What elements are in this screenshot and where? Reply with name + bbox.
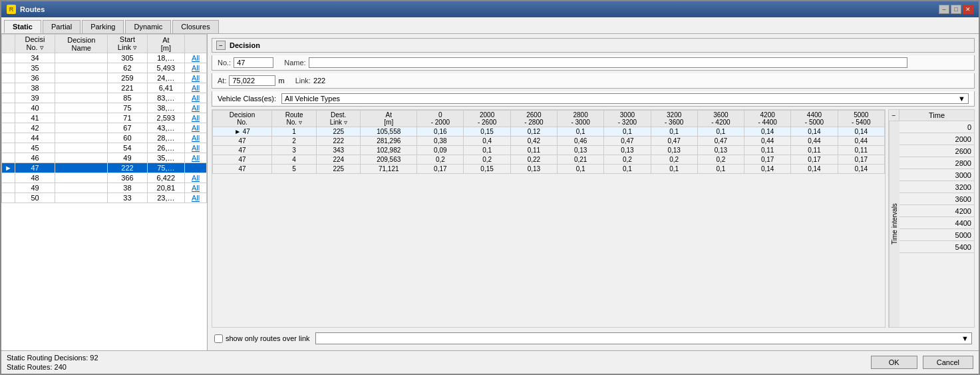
col-at: At[m] xyxy=(147,35,185,53)
table-row[interactable]: ► 47 222 75,… All xyxy=(2,163,207,173)
left-panel: DecisiNo. ▿ DecisionName StartLink ▿ At[… xyxy=(1,34,208,350)
table-row[interactable]: 49 38 20,81 All xyxy=(2,183,207,193)
table-row[interactable]: 45 54 26,… All xyxy=(2,143,207,153)
footer-buttons: OK Cancel xyxy=(871,356,973,369)
time-value-row: 2600 xyxy=(899,145,974,157)
cell-c4: 0,1 xyxy=(604,165,651,174)
vehicle-row: Vehicle Class(es): All Vehicle Types ▼ xyxy=(212,91,975,107)
col-dest-link: Dest.Link ▿ xyxy=(317,111,361,127)
cell-start-link: 33 xyxy=(108,193,147,203)
cell-c5: 0,1 xyxy=(651,165,697,174)
cell-route-no: 4 xyxy=(272,155,317,165)
table-row[interactable]: 48 366 6,422 All xyxy=(2,173,207,183)
collapse-decision-button[interactable]: − xyxy=(216,41,226,50)
table-row[interactable]: 41 71 2,593 All xyxy=(2,113,207,123)
link-value: 222 xyxy=(313,77,325,85)
table-row[interactable]: 46 49 35,… All xyxy=(2,153,207,163)
cell-c8: 0,11 xyxy=(791,146,838,155)
time-value-row: 4400 xyxy=(899,217,974,229)
cell-start-link: 60 xyxy=(108,133,147,143)
cell-dec-no: 47 xyxy=(213,155,272,165)
cell-c0: 0,09 xyxy=(417,146,464,155)
time-side-label: Time intervals xyxy=(889,121,899,327)
cell-at: 2,593 xyxy=(147,113,185,123)
cell-c9: 0,17 xyxy=(838,155,884,165)
col-route-no: RouteNo. ▿ xyxy=(272,111,317,127)
decision-title: Decision xyxy=(230,41,260,49)
table-row[interactable]: 34 305 18,… All xyxy=(2,53,207,63)
time-collapse-button[interactable]: − xyxy=(889,110,899,121)
cell-c7: 0,11 xyxy=(744,146,791,155)
cell-type: All xyxy=(185,93,207,103)
vehicle-select[interactable]: All Vehicle Types ▼ xyxy=(281,93,969,104)
decision-fields-row2: At: m Link: 222 xyxy=(212,73,975,89)
ok-button[interactable]: OK xyxy=(871,356,917,369)
table-row[interactable]: 47 5 225 71,121 0,17 0,15 0,13 0,1 0,1 0… xyxy=(213,165,885,174)
cell-c7: 0,14 xyxy=(744,127,791,137)
cell-decision-name xyxy=(55,153,108,163)
main-table-wrap[interactable]: DecisionNo. RouteNo. ▿ Dest.Link ▿ At[m]… xyxy=(212,109,886,328)
close-button[interactable]: ✕ xyxy=(963,5,973,14)
cancel-button[interactable]: Cancel xyxy=(923,356,973,369)
table-row[interactable]: 47 2 222 281,296 0,38 0,4 0,42 0,46 0,47… xyxy=(213,137,885,146)
cell-decision-no: 41 xyxy=(15,113,55,123)
table-row[interactable]: 42 67 43,… All xyxy=(2,123,207,133)
cell-decision-name xyxy=(55,73,108,83)
col-3600-4200: 3600- 4200 xyxy=(697,111,744,127)
table-row[interactable]: 35 62 5,493 All xyxy=(2,63,207,73)
row-arrow xyxy=(2,173,15,183)
table-row[interactable]: 47 3 343 102,982 0,09 0,1 0,11 0,13 0,13… xyxy=(213,146,885,155)
cell-at: 20,81 xyxy=(147,183,185,193)
maximize-button[interactable]: □ xyxy=(951,5,961,14)
table-row[interactable]: ► 47 1 225 105,558 0,16 0,15 0,12 0,1 0,… xyxy=(213,127,885,137)
at-field-group: At: m xyxy=(218,75,285,86)
table-row[interactable]: 36 259 24,… All xyxy=(2,73,207,83)
no-input[interactable] xyxy=(234,57,273,68)
cell-c8: 0,44 xyxy=(791,137,838,146)
show-routes-label: show only routes over link xyxy=(226,334,310,342)
vehicle-label: Vehicle Class(es): xyxy=(218,95,276,103)
cell-decision-no: 44 xyxy=(15,133,55,143)
show-routes-checkbox[interactable] xyxy=(214,334,223,343)
cell-at: 5,493 xyxy=(147,63,185,73)
time-content: Time intervals 0200026002800300032003600… xyxy=(889,121,974,327)
table-row[interactable]: 44 60 28,… All xyxy=(2,133,207,143)
tab-parking[interactable]: Parking xyxy=(82,20,124,33)
cell-at: 75,… xyxy=(147,163,185,173)
time-values-list[interactable]: 0200026002800300032003600420044005000540… xyxy=(899,121,974,327)
decision-fields-row1: No.: Name: xyxy=(212,55,975,71)
tab-partial[interactable]: Partial xyxy=(43,20,81,33)
col-3000-3200: 3000- 3200 xyxy=(604,111,651,127)
col-main-at: At[m] xyxy=(361,111,417,127)
cell-type: All xyxy=(185,73,207,83)
cell-dest-link: 343 xyxy=(317,146,361,155)
show-routes-checkbox-label[interactable]: show only routes over link xyxy=(214,334,310,343)
tab-closures[interactable]: Closures xyxy=(172,20,218,33)
cell-start-link: 85 xyxy=(108,93,147,103)
link-filter-select[interactable]: ▼ xyxy=(315,332,972,344)
cell-decision-no: 35 xyxy=(15,63,55,73)
cell-start-link: 62 xyxy=(108,63,147,73)
at-input[interactable] xyxy=(229,75,275,86)
table-row[interactable]: 38 221 6,41 All xyxy=(2,83,207,93)
cell-c2: 0,11 xyxy=(510,146,557,155)
left-table-wrap[interactable]: DecisiNo. ▿ DecisionName StartLink ▿ At[… xyxy=(1,34,207,350)
tab-dynamic[interactable]: Dynamic xyxy=(125,20,171,33)
cell-at: 43,… xyxy=(147,123,185,133)
cell-start-link: 75 xyxy=(108,103,147,113)
name-input[interactable] xyxy=(309,57,907,68)
cell-type: All xyxy=(185,193,207,203)
cell-decision-no: 47 xyxy=(15,163,55,173)
table-row[interactable]: 47 4 224 209,563 0,2 0,2 0,22 0,21 0,2 0… xyxy=(213,155,885,165)
routes-stat: Static Routes: 240 xyxy=(7,363,98,371)
table-row[interactable]: 50 33 23,… All xyxy=(2,193,207,203)
table-row[interactable]: 40 75 38,… All xyxy=(2,103,207,113)
cell-decision-name xyxy=(55,173,108,183)
table-row[interactable]: 39 85 83,… All xyxy=(2,93,207,103)
time-panel-top: − Time xyxy=(889,110,974,121)
cell-start-link: 67 xyxy=(108,123,147,133)
minimize-button[interactable]: – xyxy=(939,5,949,14)
cell-route-no: 1 xyxy=(272,127,317,137)
tab-static[interactable]: Static xyxy=(4,20,41,33)
cell-start-link: 221 xyxy=(108,83,147,93)
